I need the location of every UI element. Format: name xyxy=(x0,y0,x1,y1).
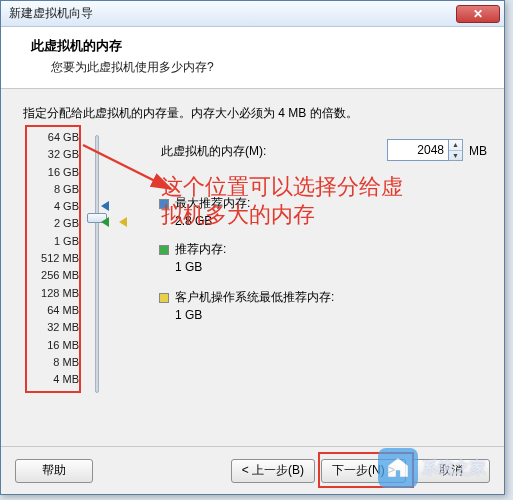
memory-unit: MB xyxy=(469,144,487,158)
memory-label-row: 此虚拟机的内存(M): xyxy=(161,143,266,160)
tick-label: 16 MB xyxy=(29,337,79,354)
memory-input[interactable] xyxy=(387,139,449,161)
footer: 帮助 < 上一步(B) 下一步(N) > 取消 xyxy=(1,446,504,494)
cancel-button[interactable]: 取消 xyxy=(412,459,490,483)
min-recommended-block: 客户机操作系统最低推荐内存: 1 GB xyxy=(159,289,334,322)
tick-label: 32 GB xyxy=(29,146,79,163)
triangle-icon-yellow xyxy=(119,217,127,227)
back-button[interactable]: < 上一步(B) xyxy=(231,459,315,483)
recommended-block: 推荐内存: 1 GB xyxy=(159,241,226,274)
body-area: 指定分配给此虚拟机的内存量。内存大小必须为 4 MB 的倍数。 64 GB 32… xyxy=(1,89,504,148)
triangle-icon-blue xyxy=(101,201,109,211)
next-button[interactable]: 下一步(N) > xyxy=(321,459,406,483)
memory-slider[interactable] xyxy=(85,135,109,393)
tick-label: 16 GB xyxy=(29,164,79,181)
tick-label: 64 MB xyxy=(29,302,79,319)
max-recommended-block: 最大推荐内存: 2.8 GB xyxy=(159,195,250,228)
close-button[interactable]: ✕ xyxy=(456,5,500,23)
memory-label: 此虚拟机的内存(M): xyxy=(161,143,266,160)
min-rec-value: 1 GB xyxy=(159,308,334,322)
slider-tick-labels: 64 GB 32 GB 16 GB 8 GB 4 GB 2 GB 1 GB 51… xyxy=(29,129,79,388)
spin-down-icon[interactable]: ▼ xyxy=(449,151,462,161)
tick-label: 1 GB xyxy=(29,233,79,250)
rec-label: 推荐内存: xyxy=(175,242,226,256)
tick-label: 512 MB xyxy=(29,250,79,267)
triangle-icon-green xyxy=(101,217,109,227)
help-button[interactable]: 帮助 xyxy=(15,459,93,483)
tick-label: 64 GB xyxy=(29,129,79,146)
tick-label: 4 GB xyxy=(29,198,79,215)
header-panel: 此虚拟机的内存 您要为此虚拟机使用多少内存? xyxy=(1,27,504,89)
page-subtitle: 您要为此虚拟机使用多少内存? xyxy=(31,59,490,76)
tick-label: 128 MB xyxy=(29,285,79,302)
tick-label: 32 MB xyxy=(29,319,79,336)
tick-label: 4 MB xyxy=(29,371,79,388)
min-rec-label: 客户机操作系统最低推荐内存: xyxy=(175,290,334,304)
tick-label: 2 GB xyxy=(29,215,79,232)
max-rec-value: 2.8 GB xyxy=(159,214,250,228)
marker-min xyxy=(119,217,133,227)
memory-spinner[interactable]: ▲ ▼ xyxy=(449,139,463,161)
marker-rec xyxy=(101,217,115,227)
instruction-text: 指定分配给此虚拟机的内存量。内存大小必须为 4 MB 的倍数。 xyxy=(23,105,482,122)
square-icon-blue xyxy=(159,199,169,209)
slider-track xyxy=(95,135,99,393)
titlebar: 新建虚拟机向导 ✕ xyxy=(1,1,504,27)
window-title: 新建虚拟机向导 xyxy=(9,5,456,22)
rec-value: 1 GB xyxy=(159,260,226,274)
square-icon-yellow xyxy=(159,293,169,303)
page-title: 此虚拟机的内存 xyxy=(31,37,490,55)
spin-up-icon[interactable]: ▲ xyxy=(449,140,462,151)
close-icon: ✕ xyxy=(473,7,483,21)
tick-label: 8 MB xyxy=(29,354,79,371)
wizard-window: 新建虚拟机向导 ✕ 此虚拟机的内存 您要为此虚拟机使用多少内存? 指定分配给此虚… xyxy=(0,0,505,495)
max-rec-label: 最大推荐内存: xyxy=(175,196,250,210)
marker-max xyxy=(101,201,115,211)
tick-label: 8 GB xyxy=(29,181,79,198)
square-icon-green xyxy=(159,245,169,255)
tick-label: 256 MB xyxy=(29,267,79,284)
